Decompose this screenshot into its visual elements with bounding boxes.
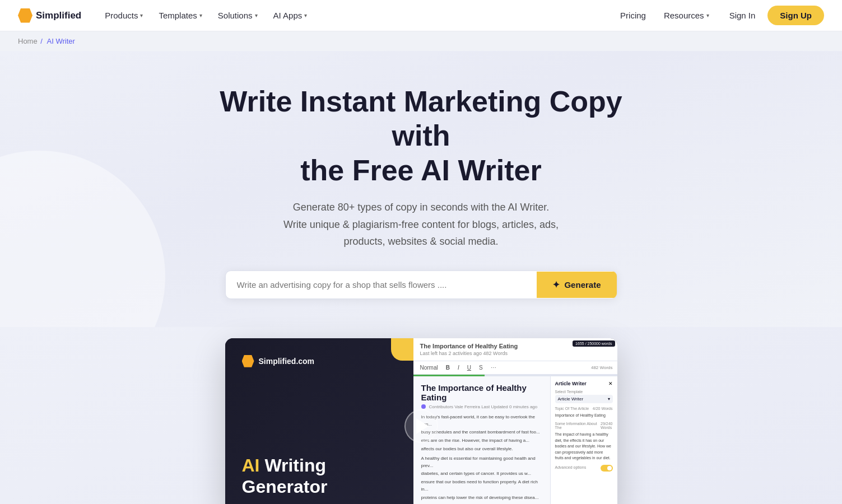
nav-solutions[interactable]: Solutions ▾ [210, 0, 266, 31]
video-section: Simplified.com AI WritingGenerator The I… [0, 327, 842, 504]
chevron-down-icon: ▾ [255, 12, 258, 18]
generate-icon: ✦ [552, 279, 560, 290]
signin-button[interactable]: Sign In [719, 6, 766, 25]
doc-line-2: etes are on the rise. However, the impac… [421, 437, 542, 445]
ai-sidebar-topic-count: 4/20 Words [593, 407, 613, 410]
video-headline: AI WritingGenerator [242, 455, 397, 498]
ai-sidebar-info-label: Some Information About The [555, 422, 601, 430]
chevron-down-icon: ▾ [140, 12, 143, 18]
doc-meta-dot [421, 404, 426, 409]
doc-line-6: ensure that our bodies need to function … [421, 479, 542, 493]
doc-line-4: A healthy diet is essential for maintain… [421, 455, 542, 470]
doc-line-3: affects our bodies but also our overall … [421, 446, 542, 453]
doc-line-5: diabetes, and certain types of cancer. I… [421, 470, 542, 478]
doc-meta-text: Contributors Vale Ferreira Last Updated … [429, 404, 538, 409]
doc-content: The Importance of Healthy Eating Contrib… [413, 376, 550, 504]
doc-header: The Importance of Healthy Eating Last le… [413, 338, 617, 361]
nav-right: Pricing Resources ▾ Sign In Sign Up [612, 0, 824, 31]
doc-tab-title: The Importance of Healthy Eating [420, 343, 518, 349]
signup-button[interactable]: Sign Up [767, 6, 824, 25]
chevron-down-icon: ▾ [706, 12, 709, 18]
breadcrumb: Home / AI Writer [0, 31, 842, 51]
video-brand-icon [242, 355, 254, 367]
ai-sidebar-topic-label: Topic Of The Article [555, 407, 589, 410]
advanced-options-toggle[interactable] [601, 465, 613, 472]
breadcrumb-separator: / [40, 37, 43, 45]
video-headline-ai: AI [242, 455, 260, 475]
nav-pricing[interactable]: Pricing [612, 0, 654, 31]
breadcrumb-current: AI Writer [47, 37, 75, 45]
doc-title-bar: The Importance of Healthy Eating Last le… [420, 343, 518, 356]
ai-sidebar-template-label: Select Template [555, 390, 613, 394]
ai-sidebar-topic-section: Topic Of The Article 4/20 Words Importan… [555, 407, 613, 419]
logo-text: Simplified [36, 10, 81, 21]
doc-meta: Contributors Vale Ferreira Last Updated … [421, 404, 542, 409]
toolbar-bold[interactable]: B [444, 363, 452, 372]
generate-label: Generate [564, 280, 601, 290]
toolbar-underline[interactable]: U [465, 363, 473, 372]
ai-sidebar-template-section: Select Template Article Writer ▾ [555, 390, 613, 403]
ai-sidebar-info-text: The impact of having a healthy diet, the… [555, 432, 613, 461]
ai-sidebar: Article Writer ✕ Select Template Article… [550, 376, 617, 504]
generate-button[interactable]: ✦ Generate [537, 272, 616, 298]
chevron-down-icon: ▾ [304, 12, 307, 18]
navbar: Simplified Products ▾ Templates ▾ Soluti… [0, 0, 842, 31]
video-right-panel: The Importance of Healthy Eating Last le… [413, 338, 617, 504]
doc-line-7: proteins can help lower the risk of deve… [421, 494, 542, 502]
video-container: Simplified.com AI WritingGenerator The I… [225, 338, 617, 504]
word-count-badge: 1655 / 250000 words [573, 340, 615, 347]
ai-sidebar-info-count: 29/240Words [601, 422, 612, 430]
doc-content-title: The Importance of Healthy Eating [421, 383, 542, 402]
toolbar-strikethrough[interactable]: S [477, 363, 485, 372]
video-brand: Simplified.com [242, 355, 397, 367]
ai-sidebar-advanced-label: Advanced options [555, 465, 587, 469]
video-inner: Simplified.com AI WritingGenerator The I… [225, 338, 617, 504]
chevron-down-icon: ▾ [199, 12, 202, 18]
hero-input-row: ✦ Generate [225, 270, 617, 299]
toolbar-normal[interactable]: Normal [418, 363, 440, 372]
logo-link[interactable]: Simplified [18, 8, 81, 23]
nav-products[interactable]: Products ▾ [97, 0, 151, 31]
ai-sidebar-info-section: Some Information About The 29/240Words T… [555, 422, 613, 461]
toolbar-more[interactable]: ⋯ [489, 363, 499, 372]
nav-links: Products ▾ Templates ▾ Solutions ▾ AI Ap… [97, 0, 612, 31]
doc-toolbar: Normal B I U S ⋯ 482 Words [413, 361, 617, 375]
ai-sidebar-advanced-row: Advanced options [555, 465, 613, 472]
nav-ai-apps[interactable]: AI Apps ▾ [266, 0, 315, 31]
doc-body: The Importance of Healthy Eating Contrib… [413, 376, 617, 504]
hero-section: Write Instant Marketing Copy with the Fr… [0, 51, 842, 327]
video-brand-text: Simplified.com [259, 357, 315, 366]
hero-title: Write Instant Marketing Copy with the Fr… [208, 85, 634, 188]
hero-input[interactable] [226, 271, 537, 298]
breadcrumb-home-link[interactable]: Home [18, 37, 38, 45]
ai-sidebar-close-icon[interactable]: ✕ [608, 381, 613, 386]
nav-templates[interactable]: Templates ▾ [151, 0, 210, 31]
play-button[interactable] [404, 409, 438, 443]
ai-sidebar-template-value[interactable]: Article Writer ▾ [555, 395, 613, 403]
ai-sidebar-header: Article Writer ✕ [555, 381, 613, 386]
toolbar-word-count: 482 Words [591, 365, 613, 370]
ai-sidebar-topic-text: Importance of Healthy Eating [555, 413, 613, 419]
toolbar-italic[interactable]: I [455, 363, 462, 372]
chevron-down-icon: ▾ [608, 396, 610, 402]
doc-word-count: Last left has 2 activities ago 482 Words [420, 351, 518, 356]
nav-resources[interactable]: Resources ▾ [656, 0, 717, 31]
logo-icon [18, 8, 32, 23]
doc-line-1: busy schedules and the constant bombardm… [421, 429, 542, 436]
video-left-panel: Simplified.com AI WritingGenerator [225, 338, 413, 504]
play-icon [416, 418, 429, 434]
doc-line-0: In today's fast-paced world, it can be e… [421, 414, 542, 428]
hero-subtitle: Generate 80+ types of copy in seconds wi… [259, 199, 584, 250]
ai-sidebar-title: Article Writer [555, 381, 587, 386]
